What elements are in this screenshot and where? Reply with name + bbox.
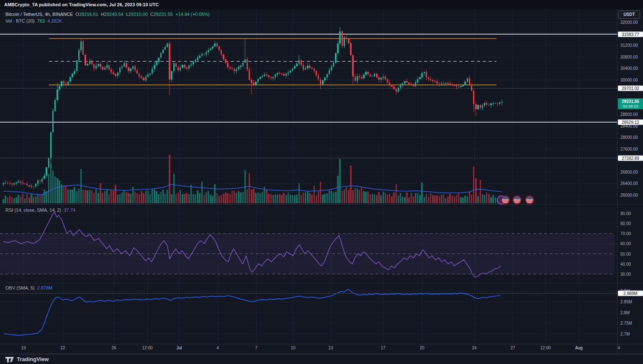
time-tick[interactable]: 13 xyxy=(328,346,333,350)
rsi-tick: 90.00 xyxy=(620,211,631,216)
us-flag-event-icon[interactable] xyxy=(526,196,534,204)
us-flag-event-icon[interactable] xyxy=(513,196,521,204)
rsi-tick: 60.00 xyxy=(620,241,631,246)
currency-toggle-button[interactable]: USDT xyxy=(618,10,640,19)
ohlc-l-value: 29210.00 xyxy=(129,12,148,17)
time-tick[interactable]: 4 xyxy=(216,346,219,350)
price-tick: 30000.00 xyxy=(620,78,638,82)
ohlc-c-label: C xyxy=(150,12,154,17)
ohlc-o-label: O xyxy=(75,12,79,17)
time-tick[interactable]: 7 xyxy=(255,346,257,350)
obv-legend-label: OBV (SMA, 5) xyxy=(5,285,35,290)
ohlc-h-label: H xyxy=(101,12,104,17)
obv-level-badge: 2.889M xyxy=(618,291,643,296)
time-tick[interactable]: 17 xyxy=(381,346,385,350)
rsi-tick: 70.00 xyxy=(620,231,631,236)
obv-tick: 2.7M xyxy=(620,332,630,336)
obv-tick: 2.75M xyxy=(620,321,632,326)
price-tick: 30800.00 xyxy=(620,55,638,59)
rsi-tick: 50.00 xyxy=(620,252,631,256)
volume-value: 763 xyxy=(37,18,45,23)
price-level-badge: 28529.12 xyxy=(618,120,643,125)
footer-bar: TradingView xyxy=(0,354,643,364)
time-tick[interactable]: 22 xyxy=(60,346,65,350)
price-tick: 28800.00 xyxy=(620,112,638,117)
rsi-value: 37.74 xyxy=(64,208,75,213)
time-tick[interactable]: 26 xyxy=(111,346,116,350)
price-tick: 28000.00 xyxy=(620,135,638,140)
obv-tick: 2.85M xyxy=(620,300,632,304)
time-tick[interactable]: 20 xyxy=(419,346,424,350)
change-value: +14.94 (+0.05%) xyxy=(175,12,210,17)
time-tick[interactable]: 19 xyxy=(21,346,26,350)
time-tick[interactable]: 10 xyxy=(291,346,295,350)
bar-countdown: 02:49:23 xyxy=(619,104,642,108)
symbol-legend[interactable]: Bitcoin / TetherUS, 4h, BINANCE O29216.6… xyxy=(5,12,210,17)
volume-legend-label: Vol · BTC (20) xyxy=(5,18,35,23)
ohlc-o-value: 29216.61 xyxy=(79,12,98,17)
price-tick: 26800.00 xyxy=(620,170,638,174)
price-tick: 32000.00 xyxy=(620,20,638,25)
rsi-legend[interactable]: RSI (14, close, SMA, 14, 2) 37.74 xyxy=(5,208,75,213)
obv-value: 2.878M xyxy=(37,285,53,290)
publish-banner: AMBCrypto_TA published on TradingView.co… xyxy=(0,0,643,9)
price-tick: 26400.00 xyxy=(620,181,638,186)
time-tick[interactable]: 12:00 xyxy=(540,346,550,350)
us-flag-event-icon[interactable] xyxy=(502,196,509,204)
volume-legend[interactable]: Vol · BTC (20) 763 4.282K xyxy=(5,18,62,23)
ohlc-h-value: 29240.54 xyxy=(104,12,123,17)
time-tick[interactable]: 4 xyxy=(617,346,620,350)
rsi-legend-label: RSI (14, close, SMA, 14, 2) xyxy=(5,208,61,213)
publish-banner-text: AMBCrypto_TA published on TradingView.co… xyxy=(4,2,159,7)
price-tick: 31200.00 xyxy=(620,43,638,48)
price-level-badge: 29701.02 xyxy=(618,86,643,91)
last-price-badge: 29231.55 02:49:23 xyxy=(618,98,643,109)
chart-background xyxy=(0,9,643,364)
time-tick[interactable]: Aug xyxy=(575,346,583,350)
price-level-badge: 27282.89 xyxy=(618,156,643,161)
rsi-tick: 30.00 xyxy=(620,272,631,277)
price-tick: 30400.00 xyxy=(620,66,638,71)
volume-ma-value: 4.282K xyxy=(47,18,62,23)
price-tick: 27600.00 xyxy=(620,147,638,151)
chart-canvas[interactable] xyxy=(0,0,643,364)
tradingview-brand[interactable]: TradingView xyxy=(17,356,49,362)
rsi-tick: 80.00 xyxy=(620,221,631,226)
obv-tick: 2.8M xyxy=(620,310,630,315)
tradingview-logo-icon[interactable] xyxy=(5,356,14,362)
time-tick[interactable]: 27 xyxy=(510,346,515,350)
obv-legend[interactable]: OBV (SMA, 5) 2.878M xyxy=(5,285,53,290)
event-markers[interactable] xyxy=(497,196,534,204)
symbol-title: Bitcoin / TetherUS, 4h, BINANCE xyxy=(5,12,73,17)
time-tick[interactable]: 24 xyxy=(472,346,476,350)
time-tick[interactable]: 12:00 xyxy=(142,346,152,350)
price-tick: 26000.00 xyxy=(620,193,638,197)
price-level-badge: 31583.77 xyxy=(618,32,643,37)
tradingview-published-chart: AMBCrypto_TA published on TradingView.co… xyxy=(0,0,643,364)
rsi-tick: 40.00 xyxy=(620,262,631,267)
time-tick[interactable]: Jul xyxy=(177,346,182,350)
last-price-value: 29231.55 xyxy=(619,99,642,104)
ohlc-c-value: 29231.55 xyxy=(154,12,173,17)
